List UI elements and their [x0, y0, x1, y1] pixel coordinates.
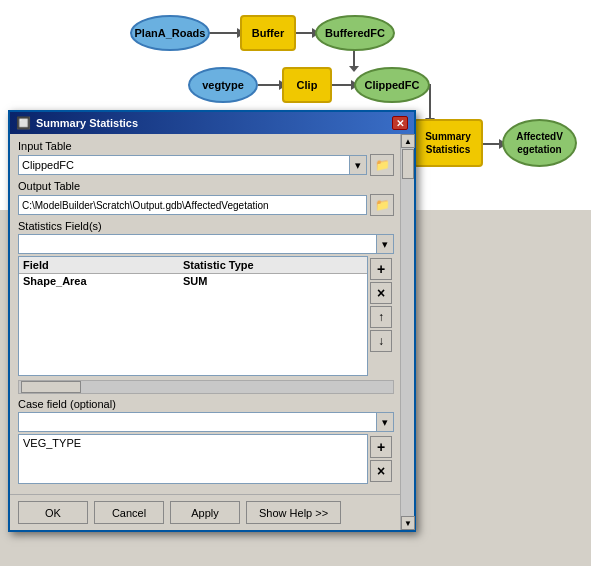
- node-clip: Clip: [282, 67, 332, 103]
- case-list-section: VEG_TYPE + ×: [18, 434, 394, 484]
- node-affected-vegetation: AffectedV egetation: [502, 119, 577, 167]
- table-row-empty-1: [19, 288, 367, 306]
- field-add-btn[interactable]: +: [370, 258, 392, 280]
- stats-fields-label: Statistics Field(s): [18, 220, 394, 232]
- table-row-empty-2: [19, 306, 367, 324]
- ok-button[interactable]: OK: [18, 501, 88, 524]
- field-up-btn[interactable]: ↑: [370, 306, 392, 328]
- case-list-container: VEG_TYPE: [18, 434, 368, 484]
- cancel-button[interactable]: Cancel: [94, 501, 164, 524]
- node-vegtype: vegtype: [188, 67, 258, 103]
- field-remove-btn[interactable]: ×: [370, 282, 392, 304]
- table-row-empty-3: [19, 324, 367, 342]
- output-table-input[interactable]: [18, 195, 367, 215]
- stattype-col-header: Statistic Type: [183, 259, 363, 271]
- arrow-clippedFC-summary: [429, 84, 431, 120]
- field-table-hscrollbar[interactable]: [18, 380, 394, 394]
- input-table-row: ClippedFC ▾ 📁: [18, 154, 394, 176]
- stats-fields-row: ▾: [18, 234, 394, 254]
- summary-statistics-dialog: 🔲 Summary Statistics ✕ Input Table Clipp…: [8, 110, 416, 532]
- vscrollbar-up-btn[interactable]: ▲: [401, 134, 415, 148]
- output-table-browse-btn[interactable]: 📁: [370, 194, 394, 216]
- node-clippedFC: ClippedFC: [354, 67, 430, 103]
- dialog-footer: OK Cancel Apply Show Help >>: [10, 494, 414, 530]
- dialog-titlebar: 🔲 Summary Statistics ✕: [10, 112, 414, 134]
- input-table-select[interactable]: ClippedFC: [18, 155, 367, 175]
- output-table-row: 📁: [18, 194, 394, 216]
- case-field-row: ▾: [18, 412, 394, 432]
- stattype-cell: SUM: [183, 275, 363, 287]
- output-table-label: Output Table: [18, 180, 394, 192]
- case-list-controls: + ×: [368, 434, 394, 484]
- arrow-vegtype-clip: [258, 84, 281, 86]
- field-table-side-controls: + × ↑ ↓: [368, 256, 394, 376]
- field-table-header: Field Statistic Type: [19, 257, 367, 274]
- case-remove-btn[interactable]: ×: [370, 460, 392, 482]
- dialog-title: 🔲 Summary Statistics: [16, 116, 138, 130]
- node-buffer: Buffer: [240, 15, 296, 51]
- input-table-browse-btn[interactable]: 📁: [370, 154, 394, 176]
- arrow-buffer-bufferedFC: [294, 32, 314, 34]
- field-down-btn[interactable]: ↓: [370, 330, 392, 352]
- arrow-bufferedFC-clip-head: [349, 66, 359, 72]
- case-list-item[interactable]: VEG_TYPE: [23, 437, 363, 449]
- vscrollbar-thumb[interactable]: [402, 149, 414, 179]
- field-table-section: Field Statistic Type Shape_Area SUM: [18, 256, 394, 376]
- field-col-header: Field: [23, 259, 183, 271]
- stats-fields-select[interactable]: [18, 234, 394, 254]
- case-add-btn[interactable]: +: [370, 436, 392, 458]
- table-row-empty-4: [19, 342, 367, 360]
- case-field-select[interactable]: [18, 412, 394, 432]
- arrow-planA-buffer: [209, 32, 239, 34]
- hscrollbar-thumb: [21, 381, 81, 393]
- dialog-vscrollbar[interactable]: ▲ ▼: [400, 134, 414, 530]
- node-summary-statistics: Summary Statistics: [413, 119, 483, 167]
- field-cell: Shape_Area: [23, 275, 183, 287]
- vscrollbar-down-btn[interactable]: ▼: [401, 516, 415, 530]
- dialog-body: Input Table ClippedFC ▾ 📁 Output Table 📁…: [10, 134, 414, 494]
- node-planA-roads: PlanA_Roads: [130, 15, 210, 51]
- apply-button[interactable]: Apply: [170, 501, 240, 524]
- field-table-body: Shape_Area SUM: [19, 274, 367, 360]
- dialog-close-button[interactable]: ✕: [392, 116, 408, 130]
- input-table-label: Input Table: [18, 140, 394, 152]
- dialog-title-icon: 🔲: [16, 116, 31, 130]
- show-help-button[interactable]: Show Help >>: [246, 501, 341, 524]
- table-row[interactable]: Shape_Area SUM: [19, 274, 367, 288]
- node-bufferedFC: BufferedFC: [315, 15, 395, 51]
- field-table-container: Field Statistic Type Shape_Area SUM: [18, 256, 368, 376]
- arrow-clip-clippedFC: [332, 84, 353, 86]
- case-field-label: Case field (optional): [18, 398, 394, 410]
